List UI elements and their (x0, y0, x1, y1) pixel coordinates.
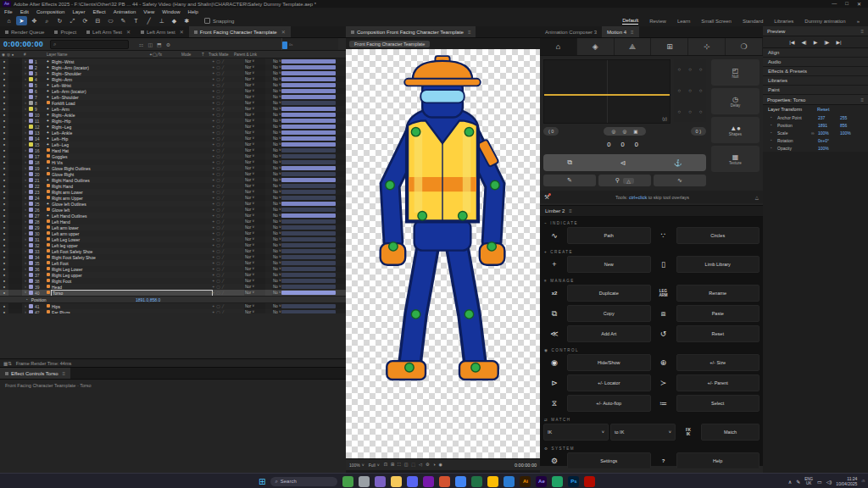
workspace-small-screen[interactable]: Small Screen (701, 19, 732, 24)
label-color-chip[interactable] (29, 219, 33, 224)
visibility-eye-icon[interactable]: ● (0, 125, 8, 129)
label-color-chip[interactable] (29, 196, 33, 200)
expand-caret-icon[interactable]: › (22, 172, 29, 176)
layer-switches[interactable]: ✦◯╱ (212, 219, 244, 224)
layer-switches[interactable]: ✦◯╱ (212, 154, 244, 158)
label-color-chip[interactable] (29, 142, 33, 147)
t-toggle[interactable] (265, 112, 272, 118)
layer-switches[interactable]: ✦◯╱ (212, 184, 244, 188)
label-color-chip[interactable] (29, 178, 33, 182)
layer-row[interactable]: ●›37Right Leg upper✦◯╱Nor ˅No ˅◎ None ˅ (0, 272, 346, 278)
expand-caret-icon[interactable]: › (22, 119, 29, 123)
settings-button[interactable]: Settings (567, 452, 651, 469)
layer-row[interactable]: ●˅40Torso✦◯╱Nor ˅No ˅◎ None ˅ (0, 290, 346, 296)
composition-tab[interactable]: Composition Front Facing Character Teamp… (346, 26, 476, 37)
close-tab-icon[interactable]: ✕ (126, 29, 131, 35)
layer-name[interactable]: Right--Shoulder (52, 71, 212, 76)
layer-duration-bar[interactable] (281, 107, 336, 111)
limber-panel-tab[interactable]: Limber 2 ≡ (540, 205, 763, 217)
visibility-eye-icon[interactable]: ● (0, 225, 8, 230)
layer-row[interactable]: ●›10✦Right--Ankle✦◯╱Nor ˅No ˅◎ None ˅ (0, 112, 346, 118)
t-toggle[interactable] (265, 303, 272, 309)
layer-row[interactable]: ●›28Left Hand✦◯╱Nor ˅No ˅◎ None ˅ (0, 219, 346, 225)
motion-home-tab[interactable]: ⌂ (540, 38, 577, 55)
layer-name[interactable]: Left--Ankle (52, 130, 212, 136)
layer-name[interactable]: Glove Right (52, 172, 212, 177)
motion-rig-tab[interactable]: ⟁ (615, 38, 652, 55)
stepper-right[interactable]: 0 ) (691, 127, 706, 136)
label-color-chip[interactable] (29, 101, 33, 105)
current-time-display[interactable]: 0:00:00:00 (0, 40, 47, 48)
panel-menu-icon[interactable]: ≡ (860, 97, 864, 103)
t-toggle[interactable] (265, 76, 272, 82)
layer-name[interactable]: Head (52, 285, 212, 290)
layer-duration-bar[interactable] (281, 119, 336, 123)
layer-duration-bar[interactable] (281, 184, 336, 188)
panel-menu-icon[interactable]: ≡ (62, 371, 65, 376)
label-color-chip[interactable] (29, 255, 33, 259)
label-color-chip[interactable] (29, 243, 33, 247)
taskbar-icon-after-effects[interactable]: Ae (536, 476, 547, 487)
workspace-learn[interactable]: Learn (677, 19, 690, 24)
expand-caret-icon[interactable]: › (22, 304, 29, 308)
layer-row[interactable]: ●›6✦Left--Arm (locator)✦◯╱Nor ˅No ˅◎ Non… (0, 88, 346, 94)
left-ankle-joint[interactable] (405, 363, 414, 372)
stopwatch-icon[interactable]: ◔ (770, 146, 777, 150)
blend-mode-select[interactable]: Nor ˅ (244, 70, 265, 76)
blend-mode-select[interactable]: Nor ˅ (244, 124, 265, 130)
panel-menu-icon[interactable]: ≡ (468, 30, 471, 35)
layer-switches[interactable]: ✦◯╱ (212, 243, 244, 247)
t-toggle[interactable] (265, 177, 272, 183)
pan-behind-tool[interactable]: ⊟ (92, 16, 103, 25)
blend-mode-select[interactable]: Nor ˅ (244, 88, 265, 94)
layer-switches[interactable]: ✦◯╱ (212, 190, 244, 194)
layer-duration-bar[interactable] (281, 130, 336, 135)
layer-switches[interactable]: ✦◯╱ (212, 291, 244, 295)
visibility-eye-icon[interactable]: ● (0, 291, 8, 295)
stopwatch-icon[interactable]: ◔ (25, 297, 28, 302)
choose-grid-icon[interactable]: ⊡ (384, 462, 387, 468)
expand-caret-icon[interactable]: › (22, 285, 29, 289)
expand-caret-icon[interactable]: › (22, 71, 29, 75)
blend-mode-select[interactable]: Nor ˅ (244, 309, 265, 313)
blend-mode-select[interactable]: Nor ˅ (244, 147, 265, 153)
workspace-libraries[interactable]: Libraries (774, 19, 793, 24)
taskbar-icon-illustrator[interactable]: Ai (520, 476, 531, 487)
layer-duration-bar[interactable] (281, 237, 336, 241)
expand-caret-icon[interactable]: › (22, 225, 29, 230)
layer-duration-bar[interactable] (281, 172, 336, 176)
tray-pen-icon[interactable]: ✎ (796, 479, 800, 485)
expand-caret-icon[interactable]: › (22, 184, 29, 188)
t-toggle[interactable] (265, 141, 272, 147)
visibility-eye-icon[interactable]: ● (0, 65, 8, 69)
layer-switches[interactable]: ✦◯╱ (212, 107, 244, 111)
expand-caret-icon[interactable]: › (22, 59, 29, 64)
line-tool[interactable]: ╱ (143, 16, 154, 25)
blend-mode-select[interactable]: Nor ˅ (244, 284, 265, 290)
property-value[interactable]: 0x+0° (818, 138, 840, 143)
blend-mode-select[interactable]: Nor ˅ (244, 225, 265, 230)
shapes-button[interactable]: ▲● Shapes (711, 117, 760, 143)
sidebar-panel-audio[interactable]: Audio (763, 58, 868, 67)
property-value[interactable]: 856 (840, 123, 862, 128)
layer-name[interactable]: Right Hand (52, 184, 212, 189)
close-tab-icon[interactable]: ✕ (180, 29, 184, 35)
taskbar-icon-powerpoint[interactable] (439, 476, 450, 487)
label-color-chip[interactable] (29, 214, 33, 218)
layer-row[interactable]: ●›18Hi Vis✦◯╱Nor ˅No ˅◎ None ˅ (0, 159, 346, 165)
start-button[interactable]: ⊞ (259, 477, 265, 486)
layer-name[interactable]: Forklift Load (52, 101, 212, 106)
visibility-eye-icon[interactable]: ● (0, 142, 8, 147)
layer-row[interactable]: ●›9✦Left--Arm✦◯╱Nor ˅No ˅◎ None ˅ (0, 106, 346, 112)
expand-caret-icon[interactable]: › (22, 142, 29, 147)
expand-caret-icon[interactable]: › (22, 125, 29, 129)
track-matte-column-header[interactable]: Track Matte (209, 53, 234, 57)
tray-caret-icon[interactable]: ∧ (788, 479, 792, 485)
reset-link[interactable]: Reset (817, 107, 829, 112)
preview-panel-header[interactable]: Preview ≡ (763, 26, 868, 36)
layer-row[interactable]: ●›7✦Left--Shoulder✦◯╱Nor ˅No ˅◎ None ˅ (0, 94, 346, 100)
stepper-mode-icon[interactable]: ◎ (612, 129, 616, 134)
t-toggle[interactable] (265, 225, 272, 230)
orbit-camera-tool[interactable]: ↻ (54, 16, 65, 25)
panel-menu-icon[interactable]: ≡ (631, 30, 634, 35)
